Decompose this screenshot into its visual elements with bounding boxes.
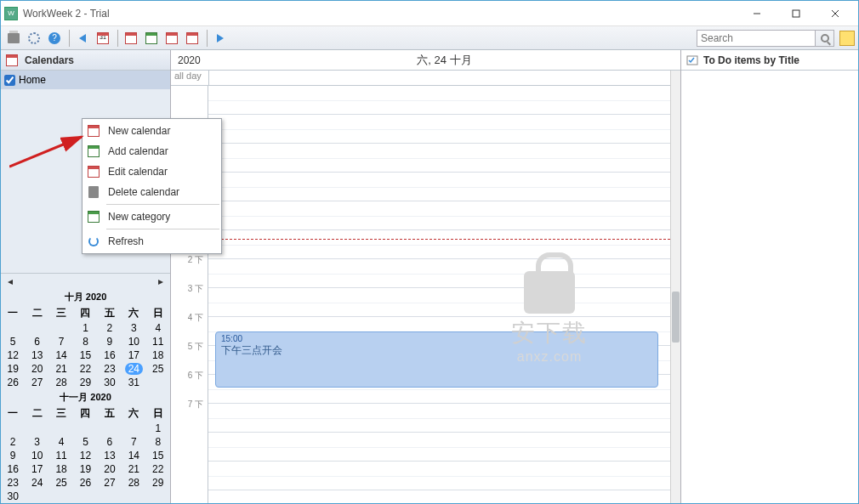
minical-day[interactable]: 26 xyxy=(1,376,25,389)
print-button[interactable] xyxy=(4,29,23,48)
hour-slot[interactable] xyxy=(208,462,670,490)
minical-day[interactable]: 19 xyxy=(1,362,25,376)
minical-day[interactable]: 26 xyxy=(73,476,97,490)
hour-slot[interactable] xyxy=(208,144,670,173)
view-day-button[interactable] xyxy=(122,29,140,48)
minical-day[interactable]: 24 xyxy=(122,362,145,376)
minical-day[interactable]: 23 xyxy=(1,476,25,490)
today-button[interactable]: 31 xyxy=(94,29,112,48)
minical-day[interactable]: 16 xyxy=(98,348,122,362)
minical-day[interactable]: 30 xyxy=(1,490,25,503)
menu-item-new-category[interactable]: New category xyxy=(82,207,221,227)
menu-item-delete-calendar[interactable]: Delete calendar xyxy=(82,182,221,202)
allday-area[interactable] xyxy=(208,71,680,85)
time-grid[interactable]: 2 下3 下4 下5 下6 下7 下 15:00 下午三点开会 xyxy=(171,86,670,503)
minical-day[interactable]: 18 xyxy=(49,462,73,476)
hour-slot[interactable] xyxy=(208,86,670,115)
minical-day[interactable]: 27 xyxy=(98,476,122,490)
day-header[interactable]: 六, 24 十月 xyxy=(208,53,680,68)
calendar-checkbox[interactable] xyxy=(4,75,15,86)
view-month-button[interactable] xyxy=(162,29,181,48)
minical-day[interactable]: 5 xyxy=(1,335,25,348)
calendar-item-home[interactable]: Home xyxy=(1,71,170,89)
minical-day[interactable]: 8 xyxy=(146,435,170,449)
minical-day[interactable]: 21 xyxy=(49,362,73,376)
sticky-note-button[interactable] xyxy=(839,31,855,46)
minical-day[interactable]: 22 xyxy=(73,362,97,376)
minical-day[interactable]: 20 xyxy=(25,362,48,376)
minical-day[interactable]: 10 xyxy=(25,449,48,462)
minical-day[interactable]: 5 xyxy=(73,435,97,449)
hour-slot[interactable] xyxy=(208,490,670,503)
menu-item-edit-calendar[interactable]: Edit calendar xyxy=(82,161,221,182)
mini-calendar-oct[interactable]: 十月 2020 一二三四五六日 123456789101112131415161… xyxy=(1,289,170,389)
mini-calendar-nov[interactable]: 十一月 2020 一二三四五六日 12345678910111213141516… xyxy=(1,389,170,503)
hour-slot[interactable] xyxy=(208,404,670,433)
vertical-scrollbar[interactable] xyxy=(670,71,680,503)
minical-day[interactable]: 1 xyxy=(146,422,170,435)
nav-back-button[interactable] xyxy=(73,29,92,48)
minical-day[interactable]: 24 xyxy=(25,476,48,490)
hour-slot[interactable] xyxy=(208,201,670,230)
maximize-button[interactable] xyxy=(777,2,816,25)
minical-day[interactable]: 29 xyxy=(73,376,97,389)
minimize-button[interactable] xyxy=(737,2,777,25)
minical-day[interactable]: 7 xyxy=(49,335,73,348)
scrollbar-thumb[interactable] xyxy=(672,292,680,343)
minical-day[interactable]: 25 xyxy=(146,362,170,376)
minical-day[interactable]: 10 xyxy=(122,335,145,348)
search-input[interactable] xyxy=(697,30,816,47)
minical-day[interactable]: 19 xyxy=(73,462,97,476)
minical-day[interactable]: 23 xyxy=(98,362,122,376)
help-button[interactable]: ? xyxy=(45,29,64,48)
minical-day[interactable]: 20 xyxy=(98,462,122,476)
hour-slot[interactable] xyxy=(208,173,670,201)
minical-day[interactable]: 18 xyxy=(146,348,170,362)
minical-day[interactable]: 28 xyxy=(49,376,73,389)
minical-day[interactable]: 17 xyxy=(122,348,145,362)
minical-day[interactable]: 2 xyxy=(1,435,25,449)
minical-day[interactable]: 15 xyxy=(73,348,97,362)
view-week-button[interactable] xyxy=(142,29,161,48)
minical-day[interactable]: 11 xyxy=(49,449,73,462)
minical-day[interactable]: 11 xyxy=(146,335,170,348)
minical-day[interactable]: 28 xyxy=(122,476,145,490)
minical-day[interactable]: 22 xyxy=(146,462,170,476)
minical-day[interactable]: 25 xyxy=(49,476,73,490)
minical-day[interactable]: 16 xyxy=(1,462,25,476)
minical-day[interactable]: 3 xyxy=(25,435,48,449)
menu-item-new-calendar[interactable]: New calendar xyxy=(82,121,221,141)
minical-prev[interactable]: ◂ xyxy=(8,275,13,287)
minical-day[interactable]: 9 xyxy=(1,449,25,462)
minical-day[interactable]: 6 xyxy=(98,435,122,449)
minical-day[interactable]: 14 xyxy=(122,449,145,462)
hour-slot[interactable] xyxy=(208,115,670,144)
hour-slot[interactable] xyxy=(208,433,670,462)
minical-day[interactable]: 4 xyxy=(146,321,170,335)
minical-day[interactable]: 12 xyxy=(1,348,25,362)
hour-slot[interactable] xyxy=(208,259,670,288)
minical-day[interactable]: 2 xyxy=(98,321,122,335)
minical-day[interactable]: 13 xyxy=(25,348,48,362)
minical-day[interactable]: 30 xyxy=(98,376,122,389)
view-list-button[interactable] xyxy=(183,29,202,48)
minical-day[interactable]: 7 xyxy=(122,435,145,449)
minical-day[interactable]: 17 xyxy=(25,462,48,476)
minical-day[interactable]: 29 xyxy=(146,476,170,490)
minical-day[interactable]: 9 xyxy=(98,335,122,348)
minical-day[interactable]: 3 xyxy=(122,321,145,335)
minical-day[interactable]: 1 xyxy=(73,321,97,335)
search-button[interactable] xyxy=(816,30,834,47)
minical-day[interactable]: 27 xyxy=(25,376,48,389)
hour-slot[interactable] xyxy=(208,288,670,317)
settings-button[interactable] xyxy=(25,29,43,48)
nav-forward-button[interactable] xyxy=(211,29,230,48)
calendar-event[interactable]: 15:00 下午三点开会 xyxy=(215,331,658,388)
minical-next[interactable]: ▸ xyxy=(158,275,163,287)
menu-item-add-calendar[interactable]: Add calendar xyxy=(82,141,221,161)
hour-slot[interactable] xyxy=(208,230,670,259)
menu-item-refresh[interactable]: Refresh xyxy=(82,231,221,252)
minical-day[interactable]: 12 xyxy=(73,449,97,462)
close-button[interactable] xyxy=(816,2,855,25)
minical-day[interactable]: 31 xyxy=(122,376,145,389)
